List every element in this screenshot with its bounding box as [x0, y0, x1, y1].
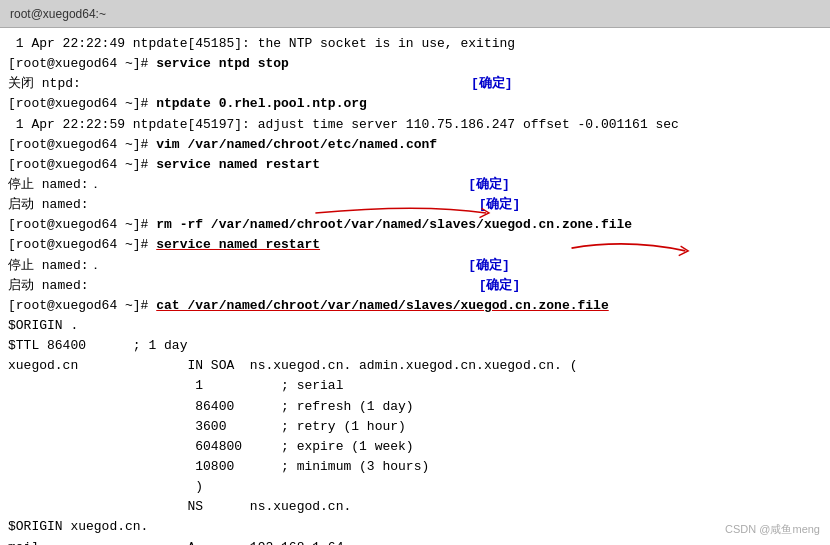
- terminal-line: 86400 ; refresh (1 day): [8, 397, 822, 417]
- terminal-body: 1 Apr 22:22:49 ntpdate[45185]: the NTP s…: [0, 28, 830, 545]
- title-bar-text: root@xuegod64:~: [10, 7, 106, 21]
- watermark: CSDN @咸鱼meng: [725, 522, 820, 537]
- terminal-line: [root@xuegod64 ~]# ntpdate 0.rhel.pool.n…: [8, 94, 822, 114]
- terminal-line: 1 Apr 22:22:59 ntpdate[45197]: adjust ti…: [8, 115, 822, 135]
- terminal-line: 1 Apr 22:22:49 ntpdate[45185]: the NTP s…: [8, 34, 822, 54]
- terminal-line: 停止 named:． [确定]: [8, 256, 822, 276]
- terminal-line: 启动 named: [确定]: [8, 195, 822, 215]
- terminal-line: 关闭 ntpd: [确定]: [8, 74, 822, 94]
- terminal-line: [root@xuegod64 ~]# service named restart: [8, 155, 822, 175]
- title-bar: root@xuegod64:~: [0, 0, 830, 28]
- terminal-line: [root@xuegod64 ~]# rm -rf /var/named/chr…: [8, 215, 822, 235]
- terminal-line: [root@xuegod64 ~]# vim /var/named/chroot…: [8, 135, 822, 155]
- terminal-line: 启动 named: [确定]: [8, 276, 822, 296]
- terminal-line: $ORIGIN .: [8, 316, 822, 336]
- terminal-line-underline: [root@xuegod64 ~]# service named restart: [8, 235, 822, 255]
- terminal-line-cat: [root@xuegod64 ~]# cat /var/named/chroot…: [8, 296, 822, 316]
- terminal-line: 10800 ; minimum (3 hours): [8, 457, 822, 477]
- terminal-line: NS ns.xuegod.cn.: [8, 497, 822, 517]
- terminal-line: 1 ; serial: [8, 376, 822, 396]
- terminal-line: 3600 ; retry (1 hour): [8, 417, 822, 437]
- terminal-line: mail A 192.168.1.64: [8, 538, 822, 545]
- terminal-line: ): [8, 477, 822, 497]
- terminal-line: $ORIGIN xuegod.cn.: [8, 517, 822, 537]
- terminal-line: 停止 named:． [确定]: [8, 175, 822, 195]
- terminal-line: 604800 ; expire (1 week): [8, 437, 822, 457]
- terminal-window: root@xuegod64:~ 1 Apr 22:22:49 ntpdate[4…: [0, 0, 830, 545]
- terminal-line: $TTL 86400 ; 1 day: [8, 336, 822, 356]
- terminal-line: [root@xuegod64 ~]# service ntpd stop: [8, 54, 822, 74]
- terminal-line: xuegod.cn IN SOA ns.xuegod.cn. admin.xue…: [8, 356, 822, 376]
